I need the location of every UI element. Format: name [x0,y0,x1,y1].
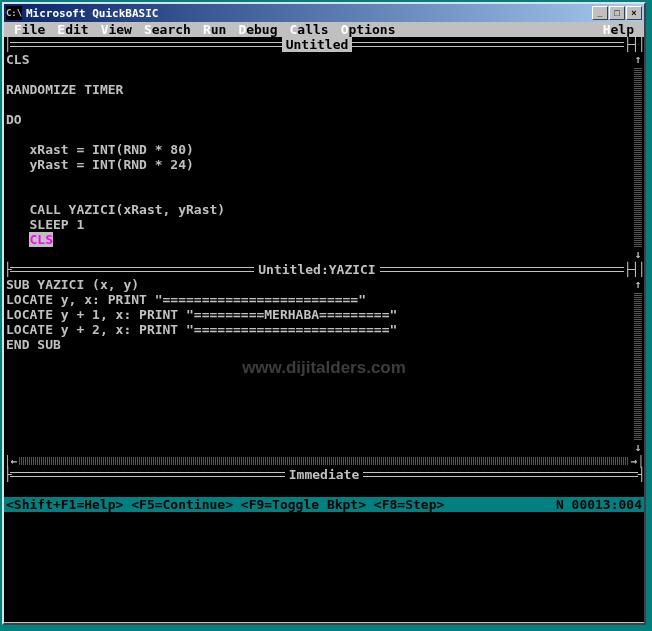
main-code-pane[interactable]: CLS RANDOMIZE TIMER DO xRast = INT(RND *… [4,52,644,262]
menu-calls[interactable]: Calls [284,22,335,37]
window-title: Microsoft QuickBASIC [26,7,592,20]
system-menu-icon[interactable]: C:\ [6,6,22,20]
scroll-up-icon[interactable]: ↑ [635,277,642,292]
main-pane-title: Untitled [282,37,353,52]
scroll-up-icon[interactable]: ↑ [635,52,642,67]
sub-pane-title: Untitled:YAZICI [254,262,379,277]
sub-pane-header[interactable]: ├ Untitled:YAZICI ├┤ │ [4,262,644,277]
pane-restore-icon[interactable]: ├┤ [624,37,638,52]
scroll-down-icon[interactable]: ↓ [635,247,642,262]
sub-vscrollbar[interactable]: ↑ ↓ [632,277,644,455]
titlebar[interactable]: C:\ Microsoft QuickBASIC _ □ × [4,4,644,22]
main-pane-header: │ Untitled ├┤ │ [4,37,644,52]
scroll-track[interactable] [634,292,642,440]
immediate-pane-title: Immediate [285,467,363,482]
immediate-pane[interactable] [4,482,644,497]
window-controls: _ □ × [592,6,642,20]
menu-options[interactable]: Options [335,22,402,37]
menu-run[interactable]: Run [197,22,232,37]
pane-restore-icon[interactable]: ├┤ [624,262,638,277]
main-vscrollbar[interactable]: ↑ ↓ [632,52,644,262]
minimize-button[interactable]: _ [592,6,608,20]
selection[interactable]: CLS [29,232,52,247]
menu-search[interactable]: Search [138,22,197,37]
terminal-area: File Edit View Search Run Debug Calls Op… [4,22,644,622]
menu-file[interactable]: File [8,22,51,37]
scroll-down-icon[interactable]: ↓ [635,440,642,455]
status-hints: <Shift+F1=Help> <F5=Continue> <F9=Toggle… [6,497,444,512]
hscroll-track[interactable] [19,457,629,465]
immediate-content[interactable] [4,482,644,497]
status-cursor-pos: N 00013:004 [556,497,642,512]
menu-debug[interactable]: Debug [232,22,283,37]
menu-edit[interactable]: Edit [51,22,94,37]
main-code-content[interactable]: CLS RANDOMIZE TIMER DO xRast = INT(RND *… [4,52,632,262]
menubar[interactable]: File Edit View Search Run Debug Calls Op… [4,22,644,37]
sub-code-content[interactable]: SUB YAZICI (x, y) LOCATE y, x: PRINT "==… [4,277,632,455]
menu-view[interactable]: View [95,22,138,37]
scroll-track[interactable] [634,67,642,247]
hscrollbar[interactable]: │ ← → │ [4,455,644,467]
app-window: C:\ Microsoft QuickBASIC _ □ × File Edit… [2,2,646,625]
close-button[interactable]: × [626,6,642,20]
sub-code-pane[interactable]: SUB YAZICI (x, y) LOCATE y, x: PRINT "==… [4,277,644,455]
immediate-pane-header[interactable]: ├ Immediate ┤ [4,467,644,482]
menu-help[interactable]: Help [597,22,640,37]
maximize-button[interactable]: □ [609,6,625,20]
statusbar: <Shift+F1=Help> <F5=Continue> <F9=Toggle… [4,497,644,512]
